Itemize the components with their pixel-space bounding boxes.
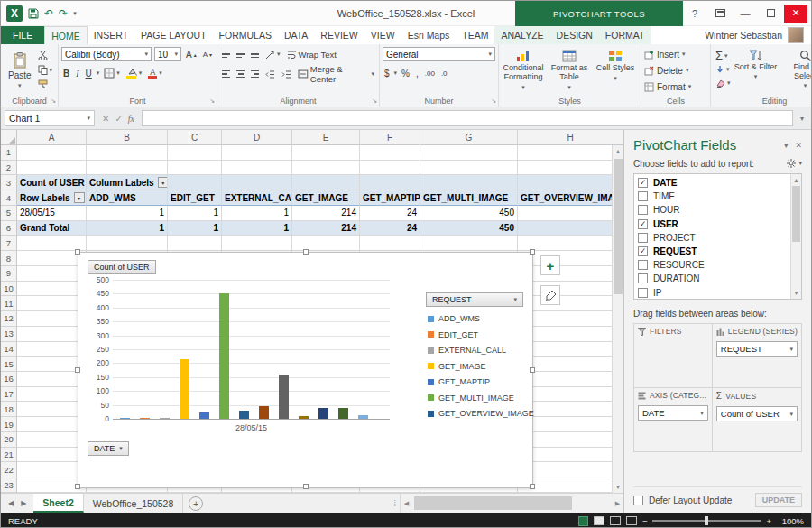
cell-B1[interactable] <box>87 145 168 161</box>
chart-bar-get_multi_image[interactable] <box>219 293 229 419</box>
column-header-G[interactable]: G <box>420 130 518 145</box>
cell-E1[interactable] <box>292 145 360 161</box>
fields-scroll-thumb[interactable] <box>792 186 800 242</box>
paste-button[interactable]: Paste ▾ <box>4 47 36 94</box>
sheet-tab-sheet2[interactable]: Sheet2 <box>33 494 83 513</box>
enter-icon[interactable]: ✓ <box>115 114 122 124</box>
column-header-C[interactable]: C <box>168 130 222 145</box>
cell-D4[interactable]: EXTERNAL_CALL <box>222 190 292 206</box>
cell-E5[interactable]: 214 <box>292 206 360 221</box>
qat-customize-icon[interactable]: ▾ <box>73 10 77 17</box>
row-header-16[interactable]: 16 <box>1 372 17 387</box>
increase-indent-icon[interactable] <box>280 67 293 81</box>
page-break-view-icon[interactable] <box>626 516 637 525</box>
row-header-19[interactable]: 19 <box>1 417 17 432</box>
align-left-icon[interactable] <box>220 67 232 81</box>
increase-font-icon[interactable]: A▴ <box>184 47 198 61</box>
cell-C6[interactable]: 1 <box>168 221 222 236</box>
field-ip[interactable]: IP <box>638 286 789 300</box>
field-checkbox-hour[interactable] <box>638 205 648 215</box>
chart-handle[interactable] <box>303 249 309 255</box>
cell-D5[interactable]: 1 <box>222 206 292 221</box>
fill-button[interactable]: ▾ <box>715 63 731 75</box>
cell-D7[interactable] <box>222 236 292 251</box>
cell-A22[interactable] <box>17 462 87 477</box>
cell-A13[interactable] <box>17 327 87 342</box>
tab-analyze[interactable]: ANALYZE <box>494 26 549 44</box>
excel-logo-icon[interactable]: X <box>6 5 23 22</box>
vertical-scroll-thumb[interactable] <box>614 159 623 294</box>
chart-bar-add_wms[interactable] <box>120 418 130 419</box>
chart-style-brush-icon[interactable] <box>540 285 560 305</box>
cell-A9[interactable] <box>17 266 87 282</box>
macro-record-icon[interactable] <box>578 516 588 526</box>
font-size-combo[interactable]: 10▾ <box>154 47 181 61</box>
cell-A18[interactable] <box>17 402 87 417</box>
orientation-icon[interactable]: ▾ <box>263 47 282 61</box>
cell-F5[interactable]: 24 <box>360 206 420 221</box>
field-checkbox-project[interactable] <box>638 233 648 243</box>
fields-scroll-up-icon[interactable]: ▲ <box>791 174 801 186</box>
cell-H9[interactable] <box>518 266 623 282</box>
wrap-text-button[interactable]: Wrap Text <box>285 47 338 61</box>
zoom-slider-thumb[interactable] <box>705 516 708 525</box>
pane-options-icon[interactable]: ▾ <box>784 141 789 150</box>
cell-G3[interactable] <box>420 175 518 190</box>
column-header-D[interactable]: D <box>222 130 292 145</box>
cell-H1[interactable] <box>518 145 623 161</box>
legend-item-get_overview_image[interactable]: GET_OVERVIEW_IMAGE <box>428 407 534 420</box>
cell-H10[interactable] <box>518 282 623 297</box>
cell-H4[interactable]: GET_OVERVIEW_IMAGE <box>518 190 623 206</box>
cell-D1[interactable] <box>222 145 292 161</box>
cell-C3[interactable] <box>168 175 222 190</box>
scroll-up-icon[interactable]: ▲ <box>613 145 623 157</box>
sheet-nav-right-icon[interactable]: ▶ <box>21 499 26 507</box>
row-header-8[interactable]: 8 <box>1 251 17 266</box>
insert-function-icon[interactable]: fx <box>128 114 134 124</box>
decrease-indent-icon[interactable] <box>263 67 277 81</box>
cell-G4[interactable]: GET_MULTI_IMAGE <box>420 190 518 206</box>
field-project[interactable]: PROJECT <box>638 231 789 245</box>
maximize-icon[interactable] <box>759 5 782 23</box>
alignment-dialog-launcher-icon[interactable]: ↘ <box>372 97 377 105</box>
values-area[interactable]: ΣVALUES Count of USER▾ <box>713 388 801 451</box>
chart-bar-series-9[interactable] <box>279 375 289 419</box>
fields-scroll-down-icon[interactable]: ▼ <box>791 287 801 299</box>
cell-C4[interactable]: EDIT_GET <box>168 190 222 206</box>
cell-A3[interactable]: Count of USER <box>17 175 87 190</box>
chart-bar-external_call[interactable] <box>160 418 170 419</box>
field-checkbox-request[interactable]: ✓ <box>638 246 648 256</box>
cell-A1[interactable] <box>17 145 87 161</box>
accounting-format-button[interactable]: $ <box>383 66 392 80</box>
tab-review[interactable]: REVIEW <box>314 26 364 44</box>
fill-color-button[interactable]: ▾ <box>125 66 144 80</box>
undo-icon[interactable]: ↶ <box>44 7 53 20</box>
column-header-H[interactable]: H <box>518 130 623 145</box>
zoom-slider[interactable] <box>652 520 761 522</box>
field-time[interactable]: TIME <box>638 190 789 203</box>
cell-B4[interactable]: ADD_WMS <box>87 190 168 206</box>
cell-F4[interactable]: GET_MAPTIP <box>360 190 420 206</box>
cell-H5[interactable] <box>518 206 623 221</box>
comma-style-button[interactable]: , <box>414 66 420 80</box>
clipboard-dialog-launcher-icon[interactable]: ↘ <box>51 97 56 105</box>
save-icon[interactable] <box>28 8 39 19</box>
cell-F1[interactable] <box>360 145 420 161</box>
legend-series-area[interactable]: LEGEND (SERIES) REQUEST▾ <box>713 324 801 387</box>
align-right-icon[interactable] <box>249 67 261 81</box>
cell-A11[interactable] <box>17 296 87 311</box>
cell-A12[interactable] <box>17 311 87 327</box>
cell-E6[interactable]: 214 <box>292 221 360 236</box>
chart-bar-series-12[interactable] <box>338 408 348 419</box>
field-user[interactable]: ✓USER <box>638 218 789 231</box>
chart-handle[interactable] <box>75 249 80 255</box>
field-resource[interactable]: RESOURCE <box>638 258 789 272</box>
page-layout-view-icon[interactable] <box>610 516 621 525</box>
cell-B5[interactable]: 1 <box>87 206 168 221</box>
row-header-20[interactable]: 20 <box>1 432 17 448</box>
center-icon[interactable] <box>235 67 246 81</box>
sort-filter-button[interactable]: Sort & Filter▾ <box>733 47 780 80</box>
number-dialog-launcher-icon[interactable]: ↘ <box>491 97 496 105</box>
user-account[interactable]: Wintner Sebastian <box>705 26 811 44</box>
cell-D6[interactable]: 1 <box>222 221 292 236</box>
